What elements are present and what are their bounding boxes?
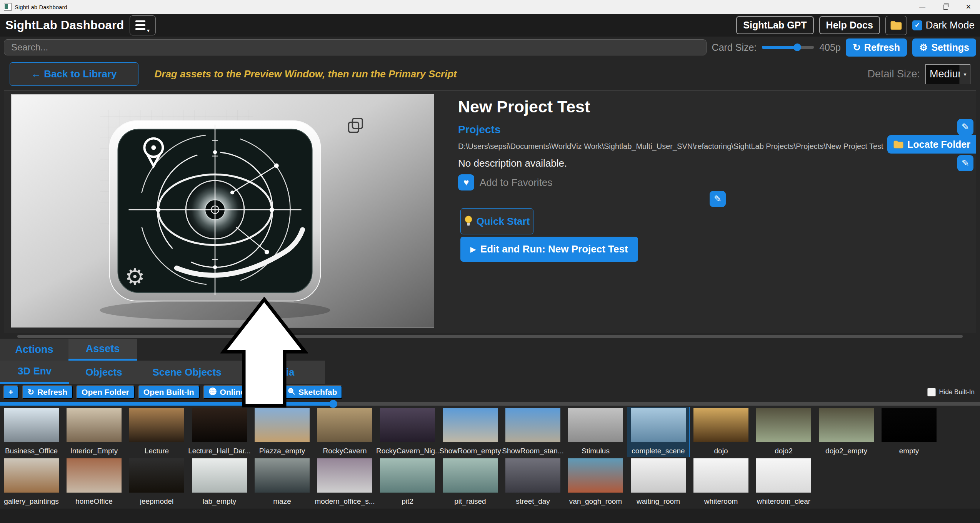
- asset-card-lab-empty[interactable]: lab_empty: [188, 457, 251, 508]
- toolbar-button-label: +: [8, 388, 13, 397]
- asset-card-pit2[interactable]: pit2: [376, 457, 439, 508]
- main-menu-button[interactable]: ▾: [130, 15, 156, 35]
- asset-card-waiting-room[interactable]: waiting_room: [627, 457, 690, 508]
- project-category: Projects: [458, 124, 501, 136]
- tab-media[interactable]: Media: [235, 361, 325, 384]
- lightbulb-icon: [464, 216, 473, 227]
- window-controls: — ×: [911, 0, 980, 14]
- search-row: Card Size: 405px ↻ Refresh ⚙ Settings: [0, 37, 980, 58]
- asset-card-street-day[interactable]: street_day: [502, 457, 564, 508]
- asset-card-whiteroom-clear[interactable]: whiteroom_clear: [752, 457, 815, 508]
- asset-thumbnail: [380, 408, 435, 442]
- asset-label: waiting_room: [627, 497, 690, 506]
- asset-label: maze: [251, 497, 313, 506]
- asset-grid-slider[interactable]: [0, 401, 980, 407]
- asset-label: whiteroom: [690, 497, 752, 506]
- horizontal-scrollbar[interactable]: [17, 335, 963, 338]
- add-button[interactable]: +: [3, 385, 18, 399]
- help-docs-button[interactable]: Help Docs: [819, 16, 880, 34]
- asset-card-maze[interactable]: maze: [251, 457, 313, 508]
- titlebar: SightLab Dashboard — ×: [0, 0, 980, 14]
- asset-label: ShowRoom_empty: [439, 447, 502, 455]
- tab-objects[interactable]: Objects: [69, 361, 138, 384]
- asset-card-jeepmodel[interactable]: jeepmodel: [125, 457, 188, 508]
- asset-card-complete-scene[interactable]: complete_scene: [627, 407, 690, 457]
- slider-thumb[interactable]: [329, 400, 337, 408]
- maximize-button[interactable]: [934, 0, 957, 14]
- project-description: No description available.: [458, 157, 567, 169]
- asset-card-empty[interactable]: empty: [878, 407, 940, 457]
- tab-assets[interactable]: Assets: [68, 339, 137, 361]
- asset-label: RockyCavern_Nig...: [376, 447, 439, 455]
- asset-card-piazza-empty[interactable]: Piazza_empty: [251, 407, 313, 457]
- asset-card-dojo2-empty[interactable]: dojo2_empty: [815, 407, 878, 457]
- sightlab-gpt-button[interactable]: SightLab GPT: [736, 16, 813, 34]
- asset-card-stimulus[interactable]: Stimulus: [564, 407, 627, 457]
- toolbar-button-label: Open Built-In: [143, 388, 194, 397]
- asset-thumbnail: [631, 408, 686, 442]
- heart-icon[interactable]: ♥: [458, 174, 474, 190]
- toolbar-button-label: Open Folder: [82, 388, 129, 397]
- eye-icon-artwork: ⚙: [12, 95, 434, 327]
- asset-card-rockycavern-nig[interactable]: RockyCavern_Nig...: [376, 407, 439, 457]
- app-icon: [4, 3, 12, 11]
- asset-card-showroom-empty[interactable]: ShowRoom_empty: [439, 407, 502, 457]
- asset-label: Lecture: [125, 447, 188, 455]
- asset-thumbnail: [67, 458, 122, 493]
- asset-card-pit-raised[interactable]: pit_raised: [439, 457, 502, 508]
- asset-card-van-gogh-room[interactable]: van_gogh_room: [564, 457, 627, 508]
- asset-card-whiteroom[interactable]: whiteroom: [690, 457, 752, 508]
- asset-card-rockycavern[interactable]: RockyCavern: [313, 407, 376, 457]
- tab-actions[interactable]: Actions: [0, 339, 68, 361]
- refresh-button[interactable]: ↻Refresh: [22, 385, 73, 399]
- quick-start-label: Quick Start: [477, 216, 530, 227]
- open-folder-icon-button[interactable]: [885, 16, 907, 35]
- asset-card-showroom-stan[interactable]: ShowRoom_stan...: [502, 407, 564, 457]
- app-window: SightLab Dashboard — × SightLab Dashboar…: [0, 0, 980, 523]
- open-built-in-button[interactable]: Open Built-In: [138, 385, 200, 399]
- hide-builtin-toggle[interactable]: Hide Built-In: [927, 388, 977, 396]
- search-input[interactable]: [4, 39, 707, 55]
- asset-thumbnail: [756, 408, 811, 442]
- asset-label: lab_empty: [188, 497, 251, 506]
- locate-folder-button[interactable]: Locate Folder: [887, 135, 976, 154]
- asset-card-dojo[interactable]: dojo: [690, 407, 752, 457]
- asset-card-business-office[interactable]: Business_Office: [0, 407, 63, 457]
- edit-description-button[interactable]: ✎: [957, 155, 973, 171]
- open-folder-button[interactable]: Open Folder: [76, 385, 135, 399]
- slider-thumb[interactable]: [793, 43, 801, 51]
- asset-card-lecture[interactable]: Lecture: [125, 407, 188, 457]
- app-title: SightLab Dashboard: [5, 18, 124, 32]
- card-size-slider[interactable]: [762, 43, 814, 51]
- asset-card-homeoffice[interactable]: homeOffice: [63, 457, 125, 508]
- back-to-library-button[interactable]: ← Back to Library: [10, 62, 138, 86]
- asset-thumbnail: [380, 458, 435, 493]
- edit-field-button[interactable]: ✎: [710, 191, 726, 207]
- edit-category-button[interactable]: ✎: [957, 119, 973, 135]
- asset-card-modern-office-s[interactable]: modern_office_s...: [313, 457, 376, 508]
- asset-label: Business_Office: [0, 447, 63, 455]
- asset-thumbnail: [756, 458, 811, 493]
- refresh-button[interactable]: ↻ Refresh: [846, 38, 907, 57]
- close-button[interactable]: ×: [957, 0, 980, 14]
- detail-size-select[interactable]: Medium ▾: [925, 64, 970, 84]
- asset-label: gallery_paintings: [0, 497, 63, 506]
- asset-card-dojo2[interactable]: dojo2: [752, 407, 815, 457]
- asset-label: jeepmodel: [125, 497, 188, 506]
- project-preview-image[interactable]: ⚙: [11, 94, 434, 328]
- online-assets-button[interactable]: Online Assets: [203, 385, 279, 399]
- asset-label: Piazza_empty: [251, 447, 313, 455]
- detail-size-value: Medium: [926, 68, 960, 80]
- asset-card-gallery-paintings[interactable]: gallery_paintings: [0, 457, 63, 508]
- asset-card-lecture-hall-dar[interactable]: Lecture_Hall_Dar...: [188, 407, 251, 457]
- tab-3d-env[interactable]: 3D Env: [0, 361, 69, 384]
- dark-mode-toggle[interactable]: ✓ Dark Mode: [912, 19, 975, 31]
- sketchfab-button[interactable]: Sketchfab: [282, 385, 342, 399]
- settings-button[interactable]: ⚙ Settings: [912, 38, 976, 57]
- quick-start-button[interactable]: Quick Start: [460, 208, 533, 234]
- edit-and-run-button[interactable]: ▶ Edit and Run: New Project Test: [460, 237, 638, 262]
- asset-card-interior-empty[interactable]: Interior_Empty: [63, 407, 125, 457]
- tab-scene-objects[interactable]: Scene Objects: [138, 361, 235, 384]
- project-title: New Project Test: [458, 97, 590, 116]
- minimize-button[interactable]: —: [911, 0, 934, 14]
